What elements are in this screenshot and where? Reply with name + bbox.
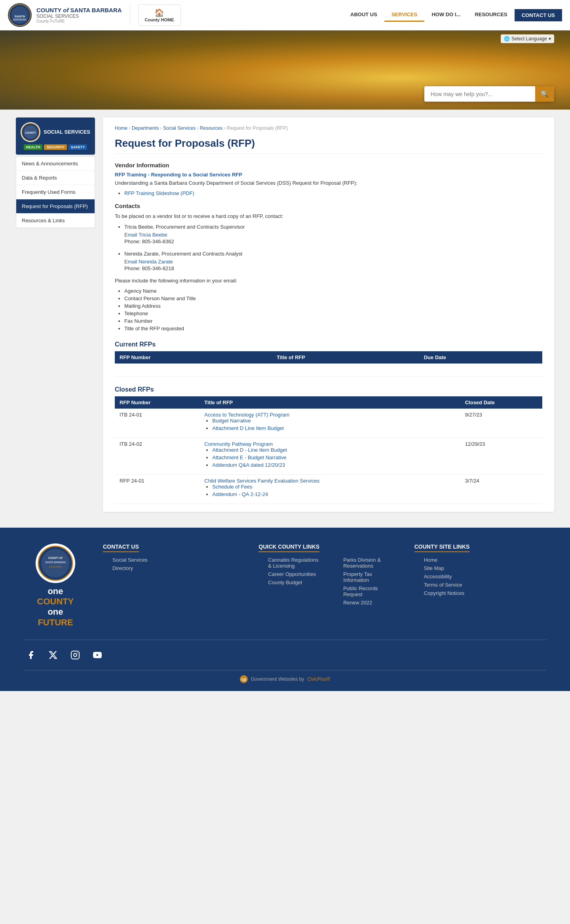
breadcrumb-social-services[interactable]: Social Services: [163, 125, 196, 131]
footer-social: [24, 640, 546, 670]
breadcrumb-home[interactable]: Home: [115, 125, 127, 131]
home-icon: 🏠: [154, 8, 164, 17]
sidebar-item-resources[interactable]: Resources & Links: [16, 214, 95, 228]
list-item: Attachment D Line Item Budget: [212, 425, 455, 431]
footer-contact-title: CONTACT US: [103, 543, 139, 552]
list-item: Attachment E - Budget Narrative: [212, 454, 455, 460]
rfp-num-itb2401: ITB 24-01: [115, 409, 200, 438]
sidebar: COUNTY SOCIAL SERVICES HEALTH SECURITY S…: [16, 117, 95, 512]
list-item: Site Map: [424, 565, 546, 571]
badge-security: SECURITY: [44, 144, 67, 150]
instagram-icon[interactable]: [68, 648, 82, 662]
list-item: Budget Narrative: [212, 418, 455, 424]
site-footer: COUNTY OF SANTA BARBARA CALIFORNIA one C…: [0, 528, 570, 691]
rfp-training-desc: Understanding a Santa Barbara County Dep…: [115, 179, 542, 187]
main-nav: ABOUT US SERVICES HOW DO I... RESOURCES …: [343, 8, 562, 22]
sidebar-logo-text: SOCIAL SERVICES: [44, 129, 90, 136]
rfp-link-itb2402[interactable]: Community Pathway Program: [204, 441, 273, 447]
sidebar-item-rfp[interactable]: Request for Proposals (RFP): [16, 199, 95, 214]
current-rfps-col-date: Due Date: [419, 351, 542, 364]
footer-link-cannabis[interactable]: Cannabis Regulations & Licensing: [268, 557, 318, 569]
attachment-budget-e[interactable]: Attachment E - Budget Narrative: [212, 454, 286, 460]
table-row: ITB 24-01 Access to Technology (ATT) Pro…: [115, 409, 542, 438]
nav-services[interactable]: SERVICES: [384, 8, 425, 22]
footer-link-career[interactable]: Career Opportunities: [268, 571, 316, 577]
sidebar-item-news[interactable]: News & Announcements: [16, 157, 95, 171]
footer-link-accessibility[interactable]: Accessibility: [424, 574, 452, 579]
rfp-link-rfp2401[interactable]: Child Welfare Services Family Evaluation…: [204, 478, 319, 484]
closed-rfps-section: Closed RFPs RFP Number Title of RFP Clos…: [115, 386, 542, 504]
footer-one-county: one COUNTY one FUTURE: [37, 586, 74, 628]
nav-about[interactable]: ABOUT US: [343, 8, 384, 22]
civicplus-link[interactable]: CivicPlus®: [307, 676, 330, 682]
addendum-qa-0212[interactable]: Addendum - QA 2-12-24: [212, 491, 268, 497]
search-button[interactable]: 🔍: [535, 86, 554, 102]
footer-link-sitemap[interactable]: Site Map: [424, 565, 444, 571]
twitter-x-icon[interactable]: [46, 648, 60, 662]
list-item: Schedule of Fees: [212, 484, 455, 490]
youtube-icon[interactable]: [90, 648, 104, 662]
org-logo: SANTA BARBARA: [8, 3, 32, 27]
footer-bottom: cp Government Websites by CivicPlus®: [24, 670, 546, 683]
contact-1-email[interactable]: Email Tricia Beebe: [124, 232, 167, 238]
email-field-mailing: Mailing Address: [124, 303, 542, 309]
contact-2-phone: Phone: 805-346-8218: [124, 265, 542, 273]
svg-rect-12: [71, 651, 79, 659]
breadcrumb-departments[interactable]: Departments: [132, 125, 159, 131]
county-home-button[interactable]: 🏠 County HOME: [138, 4, 181, 26]
list-item: Accessibility: [424, 574, 546, 579]
footer-link-terms[interactable]: Terms of Service: [424, 582, 462, 588]
email-info-text: Please include the following information…: [115, 277, 542, 285]
breadcrumb: Home › Departments › Social Services › R…: [115, 125, 542, 131]
footer-link-home[interactable]: Home: [424, 557, 438, 563]
contact-1-phone: Phone: 805-346-8362: [124, 238, 542, 246]
closed-col-number: RFP Number: [115, 396, 200, 409]
sidebar-item-forms[interactable]: Frequently Used Forms: [16, 185, 95, 199]
contacts-desc: To be placed on a vendor list or to rece…: [115, 212, 542, 220]
rfp-title-itb2402: Community Pathway Program Attachment D -…: [200, 437, 460, 474]
cp-icon: cp: [240, 675, 248, 683]
list-item: Public Records Request: [343, 585, 390, 597]
rfp-link-itb2401[interactable]: Access to Technology (ATT) Program: [204, 412, 289, 418]
facebook-icon[interactable]: [24, 648, 38, 662]
svg-text:BARBARA: BARBARA: [13, 18, 27, 21]
footer-link-parks[interactable]: Parks Division & Reservations: [343, 557, 381, 569]
attachment-schedule-fees[interactable]: Schedule of Fees: [212, 484, 252, 490]
google-translate-widget[interactable]: 🌐 Select Language ▾: [501, 34, 554, 43]
contact-us-button[interactable]: CONTACT US: [515, 9, 562, 21]
contact-2-name: Nereida Zarate, Procurement and Contract…: [124, 250, 542, 258]
footer-link-renew[interactable]: Renew 2022: [343, 600, 372, 606]
search-input[interactable]: [424, 87, 535, 101]
email-field-telephone: Telephone: [124, 311, 542, 316]
divider: [130, 5, 130, 25]
contact-1-name: Tricia Beebe, Procurement and Contracts …: [124, 223, 542, 231]
org-name-prefix: COUNTY: [36, 7, 63, 13]
footer-link-budget[interactable]: County Budget: [268, 579, 302, 585]
attachment-line-item-1[interactable]: Attachment D Line Item Budget: [212, 425, 284, 431]
contact-2-email[interactable]: Email Nereida Zarate: [124, 259, 173, 265]
sidebar-item-data[interactable]: Data & Reports: [16, 171, 95, 185]
addendum-qa-1220[interactable]: Addendum Q&A dated 12/20/23: [212, 462, 285, 468]
breadcrumb-resources[interactable]: Resources: [200, 125, 222, 131]
attachment-line-item-d[interactable]: Attachment D - Line Item Budget: [212, 447, 287, 453]
footer-link-directory[interactable]: Directory: [112, 565, 133, 571]
footer-site-title: COUNTY SITE LINKS: [414, 543, 470, 552]
rfp-num-rfp2401: RFP 24-01: [115, 474, 200, 504]
rfp-training-pdf-link[interactable]: RFP Training Slideshow (PDF): [124, 190, 194, 196]
footer-link-social-services[interactable]: Social Services: [112, 557, 148, 563]
footer-link-property-tax[interactable]: Property Tax Information: [343, 571, 372, 583]
nav-how[interactable]: HOW DO I...: [424, 8, 467, 22]
footer-logo-area: COUNTY OF SANTA BARBARA CALIFORNIA one C…: [24, 543, 87, 628]
nav-resources[interactable]: RESOURCES: [467, 8, 514, 22]
attachment-budget-narrative-1[interactable]: Budget Narrative: [212, 418, 251, 424]
county-home-label: County HOME: [145, 17, 174, 22]
sidebar-logo: COUNTY SOCIAL SERVICES HEALTH SECURITY S…: [16, 117, 95, 155]
footer-link-public-records[interactable]: Public Records Request: [343, 585, 378, 597]
footer-columns: CONTACT US Social Services Directory QUI…: [103, 543, 546, 611]
contact-item-1: Tricia Beebe, Procurement and Contracts …: [124, 223, 542, 245]
main-wrapper: COUNTY SOCIAL SERVICES HEALTH SECURITY S…: [8, 117, 562, 512]
list-item: County Budget: [268, 579, 322, 585]
rfp-num-itb2402: ITB 24-02: [115, 437, 200, 474]
footer-link-copyright[interactable]: Copyright Notices: [424, 590, 465, 596]
badge-health: HEALTH: [24, 144, 43, 150]
